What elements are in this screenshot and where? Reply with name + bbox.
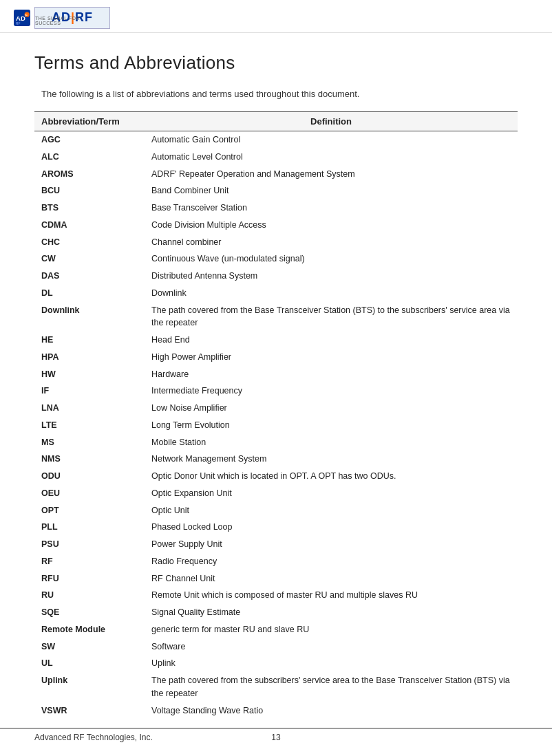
table-row: RFURF Channel Unit bbox=[34, 570, 518, 587]
table-row: DLDownlink bbox=[34, 285, 518, 302]
page-footer: Advanced RF Technologies, Inc. 13 bbox=[0, 728, 552, 742]
cell-definition: Optic Expansion Unit bbox=[145, 485, 518, 502]
cell-definition: Optic Unit bbox=[145, 502, 518, 519]
cell-definition: Software bbox=[145, 638, 518, 656]
cell-definition: ADRF' Repeater Operation and Management … bbox=[145, 166, 518, 183]
adrf-logo-icon: AD RF F bbox=[14, 10, 30, 26]
table-row: PSUPower Supply Unit bbox=[34, 536, 518, 553]
cell-term: DL bbox=[34, 285, 145, 302]
abbreviations-table: Abbreviation/Term Definition AGCAutomati… bbox=[34, 111, 518, 719]
col-header-term: Abbreviation/Term bbox=[34, 112, 145, 131]
cell-definition: Continuous Wave (un-modulated signal) bbox=[145, 250, 518, 268]
svg-text:RF: RF bbox=[16, 21, 20, 25]
cell-term: HW bbox=[34, 366, 145, 383]
cell-term: RU bbox=[34, 587, 145, 604]
table-row: AGCAutomatic Gain Control bbox=[34, 131, 518, 149]
page-title: Terms and Abbreviations bbox=[34, 52, 518, 74]
table-row: Remote Modulegeneric term for master RU … bbox=[34, 621, 518, 638]
table-row: UplinkThe path covered from the subscrib… bbox=[34, 672, 518, 702]
cell-definition: Radio Frequency bbox=[145, 553, 518, 570]
footer-page-number: 13 bbox=[271, 733, 280, 742]
table-row: CHCChannel combiner bbox=[34, 234, 518, 251]
table-row: BTSBase Transceiver Station bbox=[34, 199, 518, 217]
cell-term: NMS bbox=[34, 451, 145, 468]
cell-term: Downlink bbox=[34, 302, 145, 332]
table-row: MSMobile Station bbox=[34, 434, 518, 451]
cell-term: VSWR bbox=[34, 702, 145, 720]
table-row: HPAHigh Power Amplifier bbox=[34, 349, 518, 366]
logo-tagline: THE SIGNAL FOR SUCCESS bbox=[35, 16, 107, 25]
cell-term: HE bbox=[34, 332, 145, 349]
cell-definition: Automatic Gain Control bbox=[145, 131, 518, 149]
cell-definition: Channel combiner bbox=[145, 234, 518, 251]
cell-definition: generic term for master RU and slave RU bbox=[145, 621, 518, 638]
cell-term: Uplink bbox=[34, 672, 145, 702]
cell-definition: Automatic Level Control bbox=[145, 149, 518, 166]
cell-term: AGC bbox=[34, 131, 145, 149]
cell-term: ODU bbox=[34, 468, 145, 485]
table-row: HEHead End bbox=[34, 332, 518, 349]
cell-term: PSU bbox=[34, 536, 145, 553]
table-row: OEUOptic Expansion Unit bbox=[34, 485, 518, 502]
cell-definition: Long Term Evolution bbox=[145, 417, 518, 434]
table-row: VSWRVoltage Standing Wave Ratio bbox=[34, 702, 518, 720]
cell-term: AROMS bbox=[34, 166, 145, 183]
table-row: ODUOptic Donor Unit which is located in … bbox=[34, 468, 518, 485]
cell-term: ALC bbox=[34, 149, 145, 166]
table-row: BCUBand Combiner Unit bbox=[34, 182, 518, 199]
cell-definition: Signal Quality Estimate bbox=[145, 604, 518, 621]
cell-term: PLL bbox=[34, 519, 145, 536]
table-row: CDMACode Division Multiple Access bbox=[34, 217, 518, 234]
table-row: NMSNetwork Management System bbox=[34, 451, 518, 468]
table-row: PLLPhased Locked Loop bbox=[34, 519, 518, 536]
svg-text:AD: AD bbox=[16, 14, 25, 21]
col-header-def: Definition bbox=[145, 112, 518, 131]
cell-term: MS bbox=[34, 434, 145, 451]
table-row: AROMSADRF' Repeater Operation and Manage… bbox=[34, 166, 518, 183]
cell-term: RF bbox=[34, 553, 145, 570]
cell-term: LNA bbox=[34, 400, 145, 417]
cell-definition: Network Management System bbox=[145, 451, 518, 468]
cell-definition: Remote Unit which is composed of master … bbox=[145, 587, 518, 604]
cell-term: HPA bbox=[34, 349, 145, 366]
page-header: AD RF F AD|RF THE SIGNAL FOR SUCCESS bbox=[0, 0, 552, 33]
cell-term: OEU bbox=[34, 485, 145, 502]
cell-term: SQE bbox=[34, 604, 145, 621]
intro-paragraph: The following is a list of abbreviations… bbox=[34, 89, 518, 99]
table-row: IFIntermediate Frequency bbox=[34, 382, 518, 400]
table-row: ULUplink bbox=[34, 655, 518, 672]
table-row: CWContinuous Wave (un-modulated signal) bbox=[34, 250, 518, 268]
cell-definition: Power Supply Unit bbox=[145, 536, 518, 553]
cell-definition: Downlink bbox=[145, 285, 518, 302]
table-row: LTELong Term Evolution bbox=[34, 417, 518, 434]
cell-definition: Distributed Antenna System bbox=[145, 268, 518, 285]
table-row: RURemote Unit which is composed of maste… bbox=[34, 587, 518, 604]
logo-box: AD|RF THE SIGNAL FOR SUCCESS bbox=[34, 7, 110, 29]
cell-term: OPT bbox=[34, 502, 145, 519]
table-row: LNALow Noise Amplifier bbox=[34, 400, 518, 417]
table-row: HWHardware bbox=[34, 366, 518, 383]
table-body: AGCAutomatic Gain ControlALCAutomatic Le… bbox=[34, 131, 518, 720]
cell-term: CHC bbox=[34, 234, 145, 251]
cell-definition: The path covered from the subscribers' s… bbox=[145, 672, 518, 702]
cell-definition: Mobile Station bbox=[145, 434, 518, 451]
cell-definition: Base Transceiver Station bbox=[145, 199, 518, 217]
footer-company: Advanced RF Technologies, Inc. bbox=[34, 733, 153, 742]
table-row: OPTOptic Unit bbox=[34, 502, 518, 519]
logo-area: AD RF F AD|RF THE SIGNAL FOR SUCCESS bbox=[14, 7, 110, 29]
cell-term: UL bbox=[34, 655, 145, 672]
cell-term: BCU bbox=[34, 182, 145, 199]
cell-definition: Optic Donor Unit which is located in OPT… bbox=[145, 468, 518, 485]
table-row: RFRadio Frequency bbox=[34, 553, 518, 570]
cell-definition: Code Division Multiple Access bbox=[145, 217, 518, 234]
cell-term: CW bbox=[34, 250, 145, 268]
cell-term: Remote Module bbox=[34, 621, 145, 638]
cell-term: BTS bbox=[34, 199, 145, 217]
cell-definition: Head End bbox=[145, 332, 518, 349]
cell-term: DAS bbox=[34, 268, 145, 285]
table-row: SQESignal Quality Estimate bbox=[34, 604, 518, 621]
cell-definition: Band Combiner Unit bbox=[145, 182, 518, 199]
table-row: DASDistributed Antenna System bbox=[34, 268, 518, 285]
cell-term: SW bbox=[34, 638, 145, 656]
table-row: SWSoftware bbox=[34, 638, 518, 656]
